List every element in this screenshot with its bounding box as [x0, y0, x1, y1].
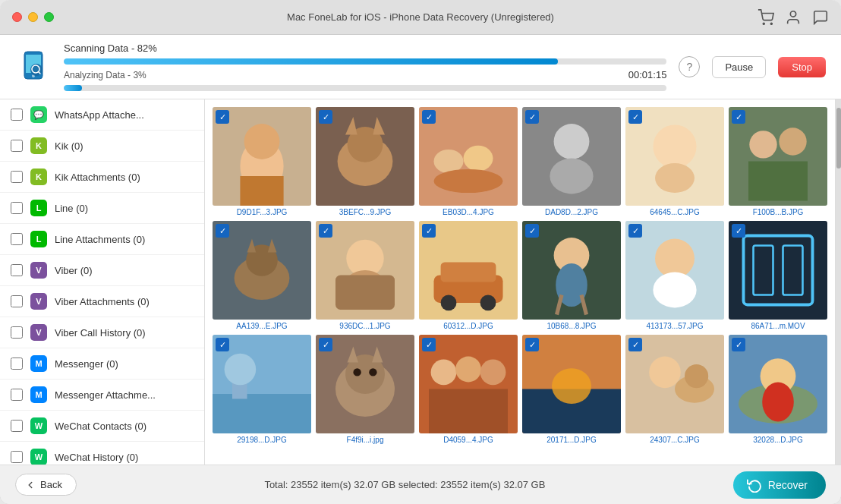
- photo-label-4: DAD8D...2.JPG: [522, 208, 621, 216]
- sidebar-item-messenger[interactable]: MMessenger (0): [0, 348, 204, 380]
- sidebar-item-line[interactable]: LLine (0): [0, 193, 204, 224]
- photo-label-10: 10B68...8.JPG: [522, 322, 621, 330]
- svg-point-61: [225, 354, 257, 386]
- wechat-icon: W: [30, 417, 47, 434]
- recover-button[interactable]: Recover: [733, 471, 826, 499]
- photo-check-6[interactable]: ✓: [732, 110, 745, 124]
- svg-point-23: [554, 124, 590, 159]
- photo-item-3[interactable]: ✓EB03D...4.JPG: [419, 107, 518, 216]
- line-icon: L: [30, 200, 47, 216]
- analyzing-row: Analyzing Data - 3% 00:01:15: [64, 69, 666, 91]
- photo-check-13[interactable]: ✓: [216, 338, 229, 351]
- chat-icon[interactable]: [812, 9, 829, 26]
- maximize-button[interactable]: [44, 12, 54, 22]
- svg-point-53: [653, 272, 696, 308]
- photo-item-6[interactable]: ✓F100B...B.JPG: [729, 107, 827, 216]
- sidebar-item-kik[interactable]: KKik (0): [0, 131, 204, 162]
- sidebar-checkbox-viber[interactable]: [11, 264, 23, 276]
- photo-item-4[interactable]: ✓DAD8D...2.JPG: [522, 107, 621, 216]
- photo-check-4[interactable]: ✓: [525, 110, 539, 124]
- sidebar-checkbox-viber-attach[interactable]: [11, 295, 23, 307]
- photo-item-11[interactable]: ✓413173...57.JPG: [625, 221, 724, 330]
- photo-check-15[interactable]: ✓: [422, 338, 436, 351]
- photo-thumb-4: ✓: [522, 107, 621, 206]
- svg-point-20: [464, 146, 493, 172]
- sidebar-label-kik: Kik (0): [55, 140, 83, 152]
- photo-check-5[interactable]: ✓: [628, 110, 642, 124]
- photo-grid-area[interactable]: ✓D9D1F...3.JPG✓3BEFC...9.JPG✓EB03D...4.J…: [205, 99, 835, 465]
- sidebar-item-whatsapp-attach[interactable]: 💬WhatsApp Attache...: [0, 99, 204, 131]
- photo-check-2[interactable]: ✓: [319, 110, 332, 124]
- photo-item-12[interactable]: ✓86A71...m.MOV: [729, 221, 827, 330]
- photo-item-8[interactable]: ✓936DC...1.JPG: [316, 221, 414, 330]
- photo-thumb-18: ✓: [729, 335, 827, 433]
- photo-item-9[interactable]: ✓60312...D.JPG: [419, 221, 518, 330]
- user-icon[interactable]: [785, 9, 802, 26]
- sidebar-label-line-attach: Line Attachments (0): [55, 234, 145, 245]
- sidebar-checkbox-messenger-attach[interactable]: [11, 389, 23, 401]
- sidebar-checkbox-line-attach[interactable]: [11, 233, 23, 245]
- photo-item-15[interactable]: ✓D4059...4.JPG: [419, 335, 518, 444]
- photo-thumb-10: ✓: [522, 221, 621, 320]
- photo-item-7[interactable]: ✓AA139...E.JPG: [213, 221, 311, 330]
- photo-check-3[interactable]: ✓: [422, 110, 436, 124]
- pause-button[interactable]: Pause: [712, 56, 766, 78]
- sidebar-checkbox-wechat-contacts[interactable]: [11, 420, 23, 432]
- photo-check-1[interactable]: ✓: [216, 110, 229, 124]
- sidebar-checkbox-messenger[interactable]: [11, 358, 23, 370]
- photo-thumb-17: ✓: [625, 335, 724, 433]
- svg-point-84: [762, 382, 794, 421]
- main-content: 💬WhatsApp Attache...KKik (0)KKik Attachm…: [0, 99, 841, 465]
- scroll-thumb[interactable]: [836, 108, 841, 169]
- close-button[interactable]: [12, 12, 22, 22]
- photo-item-16[interactable]: ✓20171...D.JPG: [522, 335, 621, 444]
- photo-item-2[interactable]: ✓3BEFC...9.JPG: [316, 107, 414, 216]
- photo-item-14[interactable]: ✓F4f9i...i.jpg: [316, 335, 414, 444]
- photo-item-5[interactable]: ✓64645...C.JPG: [625, 107, 724, 216]
- photo-item-13[interactable]: ✓29198...D.JPG: [213, 335, 311, 444]
- sidebar-checkbox-kik[interactable]: [11, 140, 23, 152]
- photo-check-8[interactable]: ✓: [319, 224, 332, 238]
- scanning-label: Scanning Data - 82%: [64, 43, 666, 54]
- svg-point-1: [770, 23, 772, 24]
- photo-check-14[interactable]: ✓: [319, 338, 332, 351]
- stop-button[interactable]: Stop: [778, 57, 826, 77]
- sidebar-checkbox-line[interactable]: [11, 202, 23, 214]
- photo-check-12[interactable]: ✓: [732, 224, 745, 238]
- svg-point-19: [434, 150, 464, 173]
- sidebar-checkbox-wechat-history[interactable]: [11, 451, 23, 463]
- scrollbar[interactable]: [835, 99, 841, 465]
- sidebar-item-viber-attach[interactable]: VViber Attachments (0): [0, 286, 204, 317]
- sidebar-item-kik-attach[interactable]: KKik Attachments (0): [0, 162, 204, 193]
- photo-check-7[interactable]: ✓: [216, 224, 229, 238]
- photo-item-1[interactable]: ✓D9D1F...3.JPG: [213, 107, 311, 216]
- photo-check-9[interactable]: ✓: [422, 224, 436, 238]
- scanning-fill: [64, 58, 558, 65]
- sidebar-checkbox-viber-call[interactable]: [11, 326, 23, 339]
- svg-point-0: [763, 23, 764, 24]
- cart-icon[interactable]: [758, 9, 774, 26]
- sidebar-checkbox-kik-attach[interactable]: [11, 171, 23, 183]
- sidebar-label-wechat-contacts: WeChat Contacts (0): [55, 421, 146, 432]
- sidebar-item-viber-call[interactable]: VViber Call History (0): [0, 317, 204, 348]
- photo-check-17[interactable]: ✓: [628, 338, 642, 351]
- photo-check-16[interactable]: ✓: [525, 338, 539, 351]
- photo-item-18[interactable]: ✓32028...D.JPG: [729, 335, 827, 444]
- photo-item-17[interactable]: ✓24307...C.JPG: [625, 335, 724, 444]
- photo-item-10[interactable]: ✓10B68...8.JPG: [522, 221, 621, 330]
- sidebar-item-viber[interactable]: VViber (0): [0, 255, 204, 286]
- photo-check-11[interactable]: ✓: [628, 224, 642, 238]
- back-label: Back: [40, 479, 62, 490]
- sidebar-item-wechat-history[interactable]: WWeChat History (0): [0, 442, 204, 465]
- sidebar-item-wechat-contacts[interactable]: WWeChat Contacts (0): [0, 411, 204, 442]
- sidebar-item-messenger-attach[interactable]: MMessenger Attachme...: [0, 380, 204, 411]
- analyzing-track: [64, 85, 666, 91]
- minimize-button[interactable]: [28, 12, 38, 22]
- help-button[interactable]: ?: [679, 56, 700, 77]
- photo-check-10[interactable]: ✓: [525, 224, 539, 238]
- back-button[interactable]: Back: [15, 474, 77, 496]
- sidebar-checkbox-whatsapp-attach[interactable]: [11, 109, 23, 121]
- sidebar-item-line-attach[interactable]: LLine Attachments (0): [0, 224, 204, 255]
- photo-check-18[interactable]: ✓: [732, 338, 745, 351]
- svg-rect-40: [335, 276, 395, 310]
